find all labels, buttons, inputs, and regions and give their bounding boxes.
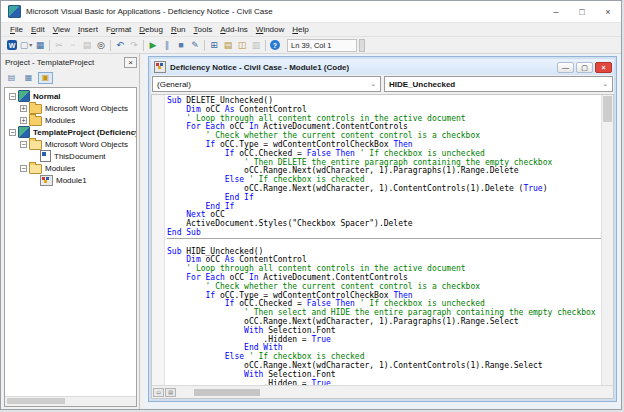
project-panel-toolbar: ▤▦▣: [1, 69, 139, 86]
mdi-area: Deficiency Notice - Civil Case - Module1…: [144, 54, 621, 409]
tree-item-label: ThisDocument: [54, 152, 106, 161]
window-controls: –□×: [543, 1, 621, 22]
toolbar-separator: [265, 40, 266, 51]
undo-icon[interactable]: ↶: [113, 39, 127, 52]
code-horizontal-scrollbar[interactable]: [178, 388, 611, 397]
copy-icon: ▫▫: [66, 39, 80, 52]
design-mode-icon[interactable]: ✎: [188, 39, 202, 52]
code-window-controls: —▢×: [557, 62, 612, 73]
view-microsoft-word-icon[interactable]: W: [5, 39, 19, 52]
tree-item-module1[interactable]: Module1: [5, 174, 136, 186]
toolbar-grip: [359, 39, 365, 52]
menu-edit[interactable]: Edit: [27, 24, 49, 35]
collapse-icon[interactable]: −: [9, 129, 16, 136]
object-browser-icon[interactable]: ◫: [235, 39, 249, 52]
menu-window[interactable]: Window: [252, 24, 288, 35]
save-icon[interactable]: ▦: [33, 39, 47, 52]
code-vertical-scrollbar[interactable]: [601, 95, 613, 385]
scrollbar-thumb[interactable]: [194, 389, 260, 396]
tree-item-normal[interactable]: −Normal: [5, 90, 136, 102]
find-icon[interactable]: ◎: [94, 39, 108, 52]
procedure-dropdown[interactable]: HIDE_Unchecked ⌄: [384, 76, 613, 92]
menu-help[interactable]: Help: [288, 24, 312, 35]
project-tree-horizontal-scrollbar[interactable]: [5, 396, 136, 406]
margin-indicator-bar[interactable]: [152, 95, 165, 385]
menu-view[interactable]: View: [49, 24, 74, 35]
project-tree[interactable]: −Normal+Microsoft Word Objects+Modules−T…: [5, 88, 136, 396]
vba-main-window: Microsoft Visual Basic for Applications …: [0, 0, 622, 410]
code-window-bottom-bar: ▭ ▤: [151, 385, 614, 399]
maximize-button[interactable]: ▢: [576, 62, 593, 73]
vba-app-icon: [8, 5, 21, 18]
tree-item-microsoft-word-objects[interactable]: +Microsoft Word Objects: [5, 102, 136, 114]
tree-item-label: Modules: [45, 164, 75, 173]
code-window-titlebar[interactable]: Deficiency Notice - Civil Case - Module1…: [151, 59, 614, 75]
chevron-down-icon: ⌄: [370, 80, 376, 88]
collapse-icon[interactable]: −: [9, 93, 16, 100]
menu-format[interactable]: Format: [102, 24, 135, 35]
code-line: End If: [167, 203, 601, 212]
module-icon: [40, 175, 53, 186]
tree-item-label: Module1: [56, 176, 87, 185]
document-icon: [40, 150, 51, 162]
collapse-icon[interactable]: −: [20, 141, 27, 148]
close-button[interactable]: ×: [595, 62, 612, 73]
reset-icon[interactable]: ■: [174, 39, 188, 52]
tree-item-label: Microsoft Word Objects: [45, 104, 128, 113]
run-icon[interactable]: ▶: [146, 39, 160, 52]
toolbar-separator: [143, 40, 144, 51]
menu-tools[interactable]: Tools: [190, 24, 217, 35]
project-panel-close-button[interactable]: ×: [124, 57, 137, 68]
code-window-title: Deficiency Notice - Civil Case - Module1…: [170, 63, 349, 72]
help-icon[interactable]: ?: [268, 39, 282, 52]
tree-item-microsoft-word-objects[interactable]: −Microsoft Word Objects: [5, 138, 136, 150]
scrollbar-thumb[interactable]: [603, 96, 612, 122]
code-line: End Sub: [167, 229, 601, 239]
tree-item-label: Modules: [45, 116, 75, 125]
folder-open-icon: [29, 140, 42, 150]
procedure-view-button[interactable]: ▭: [153, 388, 164, 397]
toggle-folders-icon[interactable]: ▣: [38, 72, 53, 84]
maximize-button[interactable]: □: [569, 1, 595, 22]
project-tree-box: −Normal+Microsoft Word Objects+Modules−T…: [4, 87, 137, 407]
expand-icon[interactable]: +: [20, 117, 27, 124]
folder-icon: [29, 104, 42, 114]
menu-add-ins[interactable]: Add-Ins: [216, 24, 252, 35]
code-editor[interactable]: Sub DELETE_Unchecked() Dim oCC As Conten…: [165, 95, 601, 385]
toolbar: W▢▾▦✂▫▫▤◎↶↷▶∥■✎⊞▤◫▥?Ln 39, Col 1: [1, 36, 621, 54]
code-window-dropdown-row: (General) ⌄ HIDE_Unchecked ⌄: [151, 75, 614, 94]
code-line: ActiveDocument.Styles("Checkbox Spacer")…: [167, 220, 601, 229]
paste-icon: ▤: [80, 39, 94, 52]
minimize-button[interactable]: –: [543, 1, 569, 22]
insert-userform-icon[interactable]: ▢▾: [19, 39, 33, 52]
tree-item-thisdocument[interactable]: ThisDocument: [5, 150, 136, 162]
full-module-view-button[interactable]: ▤: [165, 388, 176, 397]
expand-icon[interactable]: +: [20, 105, 27, 112]
tree-item-modules[interactable]: +Modules: [5, 114, 136, 126]
folder-open-icon: [29, 164, 42, 174]
scrollbar-thumb[interactable]: [7, 398, 65, 404]
redo-icon: ↷: [127, 39, 141, 52]
collapse-icon[interactable]: −: [20, 165, 27, 172]
close-button[interactable]: ×: [595, 1, 621, 22]
chevron-down-icon: ▾: [29, 42, 32, 48]
tree-item-label: Microsoft Word Objects: [45, 140, 128, 149]
menu-debug[interactable]: Debug: [135, 24, 167, 35]
properties-window-icon[interactable]: ▤: [221, 39, 235, 52]
toolbar-separator: [204, 40, 205, 51]
view-code-icon[interactable]: ▤: [4, 72, 19, 84]
toolbox-icon: ▥: [249, 39, 263, 52]
menubar: FileEditViewInsertFormatDebugRunToolsAdd…: [1, 22, 621, 36]
project-explorer-icon[interactable]: ⊞: [207, 39, 221, 52]
view-object-icon[interactable]: ▦: [21, 72, 36, 84]
menu-file[interactable]: File: [6, 24, 27, 35]
object-dropdown[interactable]: (General) ⌄: [152, 76, 381, 92]
menu-insert[interactable]: Insert: [74, 24, 102, 35]
tree-item-templateproject-deficiency-notic[interactable]: −TemplateProject (Deficiency Notic: [5, 126, 136, 138]
break-icon[interactable]: ∥: [160, 39, 174, 52]
minimize-button[interactable]: —: [557, 62, 574, 73]
tree-item-modules[interactable]: −Modules: [5, 162, 136, 174]
menu-run[interactable]: Run: [167, 24, 190, 35]
chevron-down-icon: ⌄: [602, 80, 608, 88]
toolbar-separator: [49, 40, 50, 51]
